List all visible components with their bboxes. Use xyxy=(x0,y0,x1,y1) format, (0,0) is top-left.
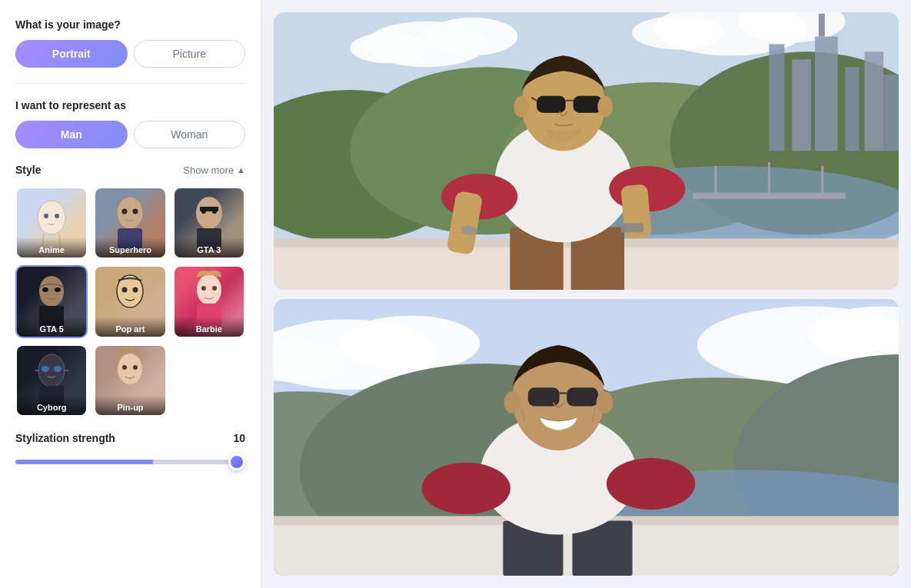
portrait-button[interactable]: Portrait xyxy=(15,40,128,68)
style-label: Style xyxy=(15,164,41,176)
svg-point-5 xyxy=(117,197,143,229)
show-more-button[interactable]: Show more ▲ xyxy=(183,164,245,176)
style-item-superhero[interactable]: Superhero xyxy=(94,187,166,259)
svg-point-14 xyxy=(39,276,64,307)
svg-point-37 xyxy=(350,33,426,64)
stylization-slider[interactable] xyxy=(15,460,245,464)
svg-rect-66 xyxy=(620,223,643,232)
result-image-top xyxy=(274,12,899,290)
svg-point-12 xyxy=(201,209,206,214)
stylization-header: Stylization strength 10 xyxy=(15,432,245,444)
svg-point-78 xyxy=(341,315,480,370)
svg-point-75 xyxy=(597,96,613,118)
svg-point-36 xyxy=(426,18,517,56)
svg-rect-51 xyxy=(819,14,825,37)
svg-point-17 xyxy=(55,287,61,292)
right-panel xyxy=(261,0,911,588)
represent-label: I want to represent as xyxy=(15,99,245,111)
svg-point-100 xyxy=(597,391,613,414)
divider-1 xyxy=(15,83,245,84)
image-type-toggle-group: Portrait Picture xyxy=(15,40,245,68)
svg-rect-50 xyxy=(883,75,899,151)
svg-point-93 xyxy=(607,457,695,509)
svg-point-3 xyxy=(44,214,48,218)
style-barbie-label: Barbie xyxy=(175,317,244,337)
svg-point-92 xyxy=(422,462,510,513)
svg-point-21 xyxy=(197,274,221,305)
style-popart-label: Pop art xyxy=(95,317,165,337)
svg-rect-96 xyxy=(528,387,560,406)
style-anime-label: Anime xyxy=(17,238,86,257)
style-item-gta3[interactable]: GTA 3 xyxy=(173,187,245,259)
stylization-label: Stylization strength xyxy=(15,432,115,444)
style-gta3-label: GTA 3 xyxy=(175,238,244,257)
svg-rect-48 xyxy=(846,67,859,151)
woman-button[interactable]: Woman xyxy=(134,121,246,148)
style-superhero-label: Superhero xyxy=(95,238,165,257)
svg-point-28 xyxy=(54,366,62,372)
picture-button[interactable]: Picture xyxy=(134,40,246,68)
svg-point-24 xyxy=(212,286,217,291)
svg-point-7 xyxy=(122,209,128,214)
svg-point-16 xyxy=(42,287,48,292)
chevron-up-icon: ▲ xyxy=(237,165,245,174)
svg-point-20 xyxy=(133,287,138,293)
svg-rect-45 xyxy=(769,44,784,151)
style-header: Style Show more ▲ xyxy=(15,164,245,176)
svg-point-4 xyxy=(55,214,59,218)
show-more-label: Show more xyxy=(183,164,234,176)
style-gta5-label: GTA 5 xyxy=(17,317,86,337)
svg-point-99 xyxy=(504,391,521,414)
svg-point-19 xyxy=(122,287,128,293)
svg-point-0 xyxy=(38,201,65,234)
style-item-popart[interactable]: Pop art xyxy=(94,265,166,337)
svg-point-31 xyxy=(118,354,142,384)
svg-point-9 xyxy=(196,197,222,229)
svg-point-23 xyxy=(201,286,206,291)
man-button[interactable]: Man xyxy=(15,121,128,148)
svg-rect-47 xyxy=(815,37,838,151)
style-pinup-label: Pin-up xyxy=(95,395,165,415)
svg-rect-46 xyxy=(792,59,811,151)
left-panel: What is your image? Portrait Picture I w… xyxy=(0,0,261,588)
style-grid: Anime Superhero xyxy=(15,187,245,417)
style-item-barbie[interactable]: Barbie xyxy=(173,265,245,337)
style-item-gta5[interactable]: GTA 5 xyxy=(15,265,88,337)
image-question-label: What is your image? xyxy=(15,18,245,31)
svg-rect-69 xyxy=(537,96,566,113)
stylization-value: 10 xyxy=(233,432,245,444)
svg-point-13 xyxy=(212,209,217,214)
svg-point-32 xyxy=(122,365,127,370)
gender-toggle-group: Man Woman xyxy=(15,121,245,148)
style-item-cyborg[interactable]: Cyborg xyxy=(15,344,88,417)
svg-rect-49 xyxy=(864,51,883,151)
svg-rect-97 xyxy=(567,387,598,406)
style-item-pinup[interactable]: Pin-up xyxy=(94,344,166,417)
style-cyborg-label: Cyborg xyxy=(17,395,86,415)
svg-point-33 xyxy=(133,365,138,370)
svg-point-74 xyxy=(514,96,529,118)
result-image-bottom xyxy=(274,299,899,576)
svg-point-40 xyxy=(632,16,723,50)
style-item-anime[interactable]: Anime xyxy=(15,187,88,259)
svg-point-27 xyxy=(42,366,49,372)
svg-point-8 xyxy=(133,209,138,214)
